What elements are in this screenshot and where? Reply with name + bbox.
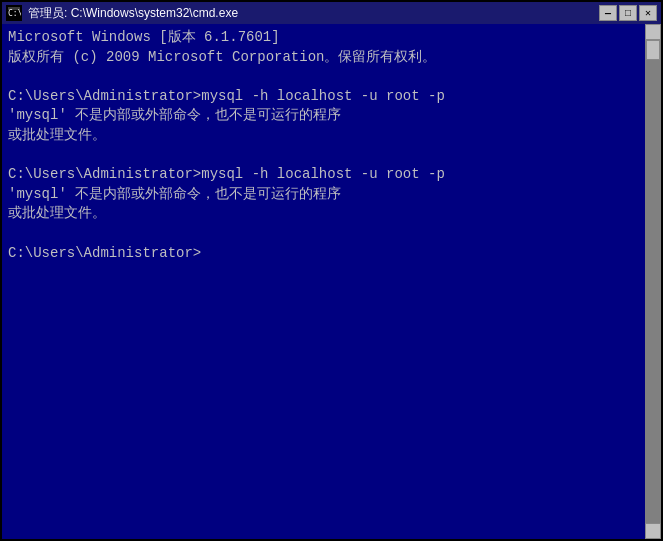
terminal-body[interactable]: Microsoft Windows [版本 6.1.7601]版权所有 (c) …: [2, 24, 661, 539]
svg-text:C:\: C:\: [8, 9, 21, 18]
terminal-line: 'mysql' 不是内部或外部命令，也不是可运行的程序: [8, 106, 655, 126]
terminal-line: [8, 146, 655, 166]
scroll-up-button[interactable]: ▲: [645, 24, 661, 40]
cmd-icon: C:\: [6, 5, 22, 21]
close-button[interactable]: ✕: [639, 5, 657, 21]
scroll-track: [645, 40, 661, 523]
maximize-button[interactable]: □: [619, 5, 637, 21]
terminal-line: C:\Users\Administrator>mysql -h localhos…: [8, 165, 655, 185]
title-bar-left: C:\ 管理员: C:\Windows\system32\cmd.exe: [6, 5, 238, 22]
terminal-line: 'mysql' 不是内部或外部命令，也不是可运行的程序: [8, 185, 655, 205]
minimize-button[interactable]: —: [599, 5, 617, 21]
terminal-line: Microsoft Windows [版本 6.1.7601]: [8, 28, 655, 48]
window-controls: — □ ✕: [599, 5, 657, 21]
cmd-window: C:\ 管理员: C:\Windows\system32\cmd.exe — □…: [0, 0, 663, 541]
scroll-down-button[interactable]: ▼: [645, 523, 661, 539]
terminal-line: [8, 224, 655, 244]
window-title: 管理员: C:\Windows\system32\cmd.exe: [28, 5, 238, 22]
terminal-content: Microsoft Windows [版本 6.1.7601]版权所有 (c) …: [8, 28, 655, 263]
terminal-line: C:\Users\Administrator>: [8, 244, 655, 264]
terminal-line: 或批处理文件。: [8, 204, 655, 224]
scrollbar[interactable]: ▲ ▼: [645, 24, 661, 539]
terminal-line: [8, 67, 655, 87]
scroll-thumb[interactable]: [646, 40, 660, 60]
terminal-line: 或批处理文件。: [8, 126, 655, 146]
terminal-line: 版权所有 (c) 2009 Microsoft Corporation。保留所有…: [8, 48, 655, 68]
terminal-line: C:\Users\Administrator>mysql -h localhos…: [8, 87, 655, 107]
title-bar: C:\ 管理员: C:\Windows\system32\cmd.exe — □…: [2, 2, 661, 24]
